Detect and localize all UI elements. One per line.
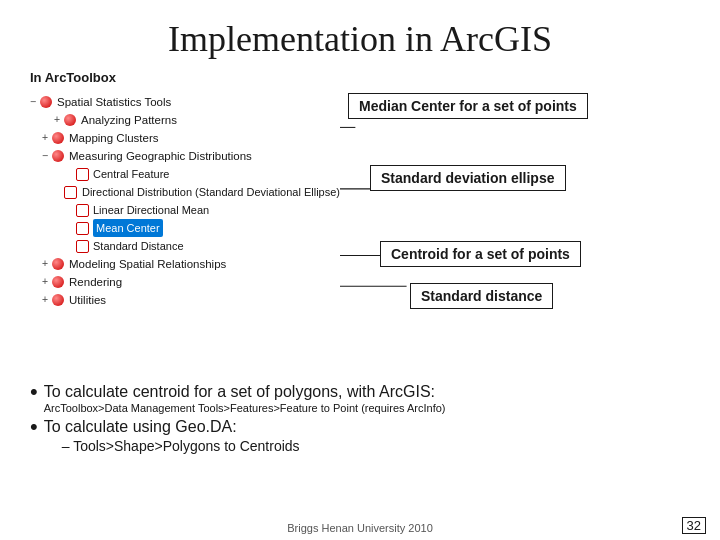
- bullet-1-sub: ArcToolbox>Data Management Tools>Feature…: [44, 402, 446, 414]
- callout-area: Median Center for a set of points Standa…: [340, 89, 690, 369]
- page-number: 32: [682, 517, 706, 534]
- tree-item-mean-center: Mean Center: [30, 219, 340, 237]
- callout-std-dev: Standard deviation ellipse: [370, 165, 566, 191]
- tool-icon: [50, 274, 66, 290]
- tree-item: − Spatial Statistics Tools: [30, 93, 340, 111]
- tool-icon: [74, 202, 90, 218]
- slide-title: Implementation in ArcGIS: [30, 18, 690, 60]
- tree-item: Central Feature: [30, 165, 340, 183]
- tool-icon: [74, 166, 90, 182]
- tree-item: + Mapping Clusters: [30, 129, 340, 147]
- tree-item: Linear Directional Mean: [30, 201, 340, 219]
- callout-std-distance: Standard distance: [410, 283, 553, 309]
- subtitle-label: In ArcToolbox: [30, 70, 690, 85]
- slide: Implementation in ArcGIS In ArcToolbox −…: [0, 0, 720, 540]
- bottom-section: • To calculate centroid for a set of pol…: [30, 383, 690, 454]
- callout-median-center: Median Center for a set of points: [348, 93, 588, 119]
- tree-item: + Rendering: [30, 273, 340, 291]
- tool-icon: [63, 184, 79, 200]
- tool-icon: [74, 220, 90, 236]
- expand-icon: +: [42, 129, 48, 147]
- bullet-dot-2: •: [30, 416, 38, 438]
- callout-centroid: Centroid for a set of points: [380, 241, 581, 267]
- tool-icon: [74, 238, 90, 254]
- bullet-2-sub: – Tools>Shape>Polygons to Centroids: [62, 438, 300, 454]
- footer-text: Briggs Henan University 2010: [287, 522, 433, 534]
- tool-icon: [38, 94, 54, 110]
- tool-icon: [50, 130, 66, 146]
- tree-item: + Analyzing Patterns: [30, 111, 340, 129]
- bullet-1-text: To calculate centroid for a set of polyg…: [44, 383, 435, 400]
- tool-icon: [62, 112, 78, 128]
- tree-item: − Measuring Geographic Distributions: [30, 147, 340, 165]
- tool-icon: [50, 292, 66, 308]
- bullet-2: • To calculate using Geo.DA: – Tools>Sha…: [30, 418, 690, 454]
- tool-icon: [50, 148, 66, 164]
- bullet-dot: •: [30, 381, 38, 403]
- expand-icon: +: [42, 291, 48, 309]
- bullet-2-text: To calculate using Geo.DA:: [44, 418, 237, 435]
- tree-item: Standard Distance: [30, 237, 340, 255]
- expand-icon: −: [42, 147, 48, 165]
- bullet-1: • To calculate centroid for a set of pol…: [30, 383, 690, 414]
- expand-icon: +: [42, 273, 48, 291]
- tree-item: + Utilities: [30, 291, 340, 309]
- connector-lines: [340, 89, 690, 369]
- tool-icon: [50, 256, 66, 272]
- tree-panel: − Spatial Statistics Tools + Analyzing P…: [30, 89, 340, 369]
- tree-item: + Modeling Spatial Relationships: [30, 255, 340, 273]
- tree-item: Directional Distribution (Standard Devia…: [30, 183, 340, 201]
- expand-icon: +: [54, 111, 60, 129]
- expand-icon: +: [42, 255, 48, 273]
- expand-icon: −: [30, 93, 36, 111]
- content-area: − Spatial Statistics Tools + Analyzing P…: [30, 89, 690, 369]
